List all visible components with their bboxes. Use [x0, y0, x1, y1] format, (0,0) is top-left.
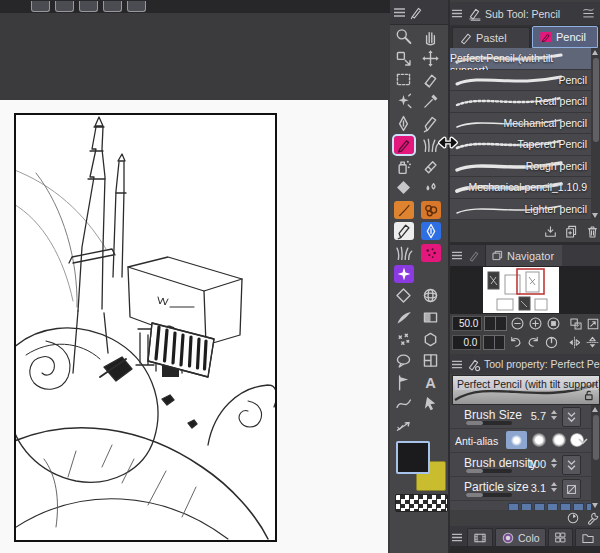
fill-tool-icon[interactable]: [394, 286, 413, 305]
dynamics-off-button[interactable]: [562, 479, 581, 499]
subtool-item[interactable]: Mechanical pencil: [450, 113, 600, 135]
fit-to-window-icon[interactable]: [586, 317, 600, 331]
subtool-tab-pencil[interactable]: Pencil: [532, 26, 598, 48]
tool-palette-header[interactable]: [390, 0, 448, 25]
auto-select-tool-icon[interactable]: [394, 92, 413, 111]
bottom-tab-folder-icon[interactable]: [575, 528, 600, 546]
subtool-item[interactable]: Real pencil: [450, 91, 600, 113]
canvas-page[interactable]: [14, 113, 277, 542]
panel-menu-icon[interactable]: [452, 360, 462, 369]
scatter-tool-icon[interactable]: [394, 330, 413, 349]
pen-tool-icon[interactable]: [394, 114, 413, 133]
ruler-tool-icon[interactable]: [394, 373, 413, 392]
rotate-cw-icon[interactable]: [526, 335, 541, 350]
sphere-gradient-tool-icon[interactable]: [421, 286, 440, 305]
balloon-tool-icon[interactable]: [394, 351, 413, 370]
property-mini-slider[interactable]: [466, 493, 512, 497]
bottom-tab-filmstrip-icon[interactable]: [467, 528, 493, 546]
value-stepper[interactable]: [551, 458, 557, 468]
selection-pen-tool-icon[interactable]: [421, 70, 440, 89]
subtool-tab-pastel[interactable]: Pastel: [452, 27, 530, 48]
navigator-rotation-slider[interactable]: [483, 335, 505, 350]
subtool-scrollbar[interactable]: [591, 48, 600, 220]
flip-vertical-icon[interactable]: [585, 335, 600, 350]
glitter-decoration-tool-icon[interactable]: [421, 244, 441, 262]
hard-eraser-tool-icon[interactable]: [394, 178, 413, 197]
delete-subtool-icon[interactable]: [585, 224, 600, 239]
marker-tool-icon[interactable]: [421, 114, 440, 133]
property-row-brush-size[interactable]: Brush Size5.7: [450, 405, 591, 429]
value-stepper[interactable]: [551, 482, 557, 492]
frame-tool-icon[interactable]: [421, 351, 440, 370]
aa-weak-icon[interactable]: [532, 433, 546, 447]
bottom-tab-color-set-icon[interactable]: [548, 528, 573, 546]
marquee-select-tool-icon[interactable]: [394, 70, 413, 89]
panel-menu-icon[interactable]: [452, 251, 463, 260]
eyedropper-tool-icon[interactable]: [421, 92, 440, 111]
line-correction-tool-icon[interactable]: [394, 416, 413, 435]
primary-color-swatch[interactable]: [396, 441, 430, 474]
selected-brush-bar[interactable]: Perfect Pencil (with tilt support): [452, 375, 600, 405]
fit-to-screen-icon[interactable]: [569, 317, 583, 331]
rotate-ccw-icon[interactable]: [508, 335, 523, 350]
navigator-thumbnail[interactable]: [483, 267, 559, 313]
partial-toolbar-icon[interactable]: [31, 1, 50, 12]
grass-decoration-tool-icon[interactable]: [394, 243, 413, 262]
partial-toolbar-icon[interactable]: [127, 1, 146, 12]
property-row-anti-alias[interactable]: Anti-alias: [450, 429, 591, 453]
curve-tool-icon[interactable]: [394, 394, 413, 413]
particle-density-row-partial[interactable]: [450, 501, 591, 510]
fountain-pen-tool-icon[interactable]: [421, 222, 441, 240]
text-tool-icon[interactable]: A: [421, 373, 440, 392]
subtool-item[interactable]: Rough pencil: [450, 156, 600, 178]
zoom-reset-icon[interactable]: [546, 316, 561, 331]
sparkle-decoration-tool-icon[interactable]: [394, 265, 414, 283]
blend-tool-icon[interactable]: [421, 178, 440, 197]
aa-middle-icon[interactable]: [552, 433, 566, 447]
density-square[interactable]: [573, 503, 584, 510]
duplicate-subtool-icon[interactable]: [564, 224, 579, 239]
panel-menu-icon[interactable]: [394, 8, 405, 17]
density-square[interactable]: [547, 503, 558, 510]
operation-tool-icon[interactable]: [394, 49, 413, 68]
navigator-rotation-value[interactable]: 0.0: [452, 335, 481, 350]
partial-toolbar-icon[interactable]: [55, 1, 74, 12]
zoom-tool-icon[interactable]: [394, 27, 413, 46]
partial-toolbar-icon[interactable]: [79, 1, 98, 12]
dropdown-chevron-icon[interactable]: [578, 437, 588, 445]
partial-toolbar-icon[interactable]: [103, 1, 122, 12]
marker-pen-tool-icon[interactable]: [394, 222, 414, 240]
density-square[interactable]: [521, 503, 532, 510]
subtool-item[interactable]: Pencil: [450, 70, 600, 92]
density-square[interactable]: [508, 503, 519, 510]
navigator-preview-area[interactable]: [450, 266, 600, 314]
property-mini-slider[interactable]: [466, 469, 512, 473]
subtool-item[interactable]: Tapered Pencil: [450, 134, 600, 156]
subtool-item[interactable]: Mechanical pencil_1.10.9: [450, 177, 600, 199]
subtool-item[interactable]: Perfect Pencil (with tilt support): [450, 48, 600, 70]
stopwatch-icon[interactable]: [566, 511, 580, 525]
pan-tool-icon[interactable]: [421, 27, 440, 46]
wrench-icon[interactable]: [586, 511, 600, 525]
bottom-tab-color-wheel-icon[interactable]: Colo: [495, 528, 546, 546]
panel-menu-icon[interactable]: [452, 9, 463, 18]
gradient-tool-icon[interactable]: [421, 308, 440, 327]
navigator-zoom-slider[interactable]: [484, 316, 507, 331]
dynamics-button[interactable]: [562, 455, 581, 475]
density-square[interactable]: [560, 503, 571, 510]
panel-menu-icon[interactable]: [452, 533, 462, 542]
figure-tool-icon[interactable]: [421, 330, 440, 349]
flip-horizontal-icon[interactable]: [567, 335, 582, 350]
pencil-tool-icon[interactable]: [394, 136, 414, 154]
density-square[interactable]: [534, 503, 545, 510]
airbrush-tool-icon[interactable]: [394, 157, 413, 176]
rotate-reset-icon[interactable]: [544, 335, 559, 350]
zoom-in-icon[interactable]: [528, 316, 543, 331]
navigator-zoom-value[interactable]: 50.0: [452, 316, 482, 331]
property-mini-slider[interactable]: [466, 421, 512, 425]
zoom-out-icon[interactable]: [510, 316, 525, 331]
object-select-tool-icon[interactable]: [421, 394, 440, 413]
value-stepper[interactable]: [551, 410, 557, 420]
aa-none-icon[interactable]: [506, 431, 527, 449]
fill-area-tool-icon[interactable]: [394, 308, 413, 327]
